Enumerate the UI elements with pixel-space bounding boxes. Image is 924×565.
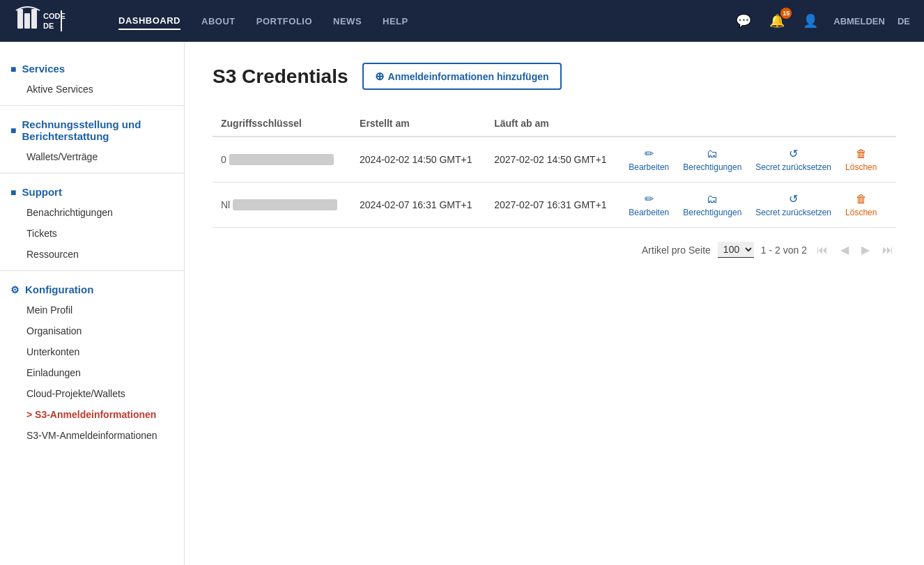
reset-icon-1: ↺ bbox=[789, 147, 798, 160]
nav-dashboard[interactable]: DASHBOARD bbox=[118, 13, 180, 30]
services-section-label: Services bbox=[22, 63, 65, 75]
messages-icon-button[interactable]: 💬 bbox=[733, 10, 754, 31]
per-page-select[interactable]: 100 50 25 bbox=[718, 242, 754, 258]
delete-icon-1: 🗑 bbox=[856, 148, 867, 160]
edit-label-2: Bearbeiten bbox=[629, 208, 669, 217]
notifications-icon-button[interactable]: 🔔 15 bbox=[767, 10, 787, 31]
svg-rect-1 bbox=[17, 9, 23, 29]
billing-section-label: Rechnungsstellung und Berichterstattung bbox=[22, 118, 174, 142]
edit-icon-1: ✏ bbox=[645, 147, 654, 160]
permissions-label-2: Berechtigungen bbox=[683, 208, 741, 217]
top-navigation: CODE DE DASHBOARD ABOUT PORTFOLIO NEWS H… bbox=[0, 0, 924, 42]
sidebar-section-support[interactable]: ■ Support bbox=[0, 179, 184, 202]
first-page-button[interactable]: ⏮ bbox=[814, 242, 831, 258]
delete-label-2: Löschen bbox=[845, 208, 877, 217]
support-section-label: Support bbox=[22, 186, 62, 198]
edit-icon-2: ✏ bbox=[645, 192, 654, 206]
delete-button-2[interactable]: 🗑 Löschen bbox=[845, 193, 877, 217]
expires-cell-1: 2027-02-02 14:50 GMT+1 bbox=[486, 137, 620, 183]
sidebar-item-ressourcen[interactable]: Ressourcen bbox=[0, 244, 184, 265]
sidebar-item-organisation[interactable]: Organisation bbox=[0, 320, 184, 341]
credentials-table: Zugriffsschlüssel Erstellt am Läuft ab a… bbox=[213, 111, 896, 228]
prev-page-button[interactable]: ◀ bbox=[838, 242, 852, 258]
user-icon: 👤 bbox=[803, 14, 818, 28]
divider-1 bbox=[0, 105, 184, 106]
nav-news[interactable]: NEWS bbox=[333, 13, 362, 29]
delete-icon-2: 🗑 bbox=[856, 193, 867, 206]
next-page-button[interactable]: ▶ bbox=[858, 242, 872, 258]
permissions-button-2[interactable]: 🗂 Berechtigungen bbox=[683, 193, 741, 217]
add-credentials-label: Anmeldeinformationen hinzufügen bbox=[388, 71, 549, 82]
main-content: S3 Credentials ⊕ Anmeldeinformationen hi… bbox=[185, 42, 924, 565]
sidebar-item-cloud-projekte[interactable]: Cloud-Projekte/Wallets bbox=[0, 383, 184, 404]
key-masked-2 bbox=[233, 199, 337, 210]
language-selector[interactable]: DE bbox=[898, 16, 910, 26]
key-cell-2: Nl bbox=[213, 183, 351, 228]
divider-3 bbox=[0, 270, 184, 271]
nav-about[interactable]: ABOUT bbox=[201, 13, 236, 29]
sidebar-section-services[interactable]: ■ Services bbox=[0, 56, 184, 79]
key-masked-1 bbox=[229, 154, 334, 165]
nav-portfolio[interactable]: PORTFOLIO bbox=[256, 13, 312, 29]
created-cell-2: 2024-02-07 16:31 GMT+1 bbox=[351, 183, 486, 228]
reset-secret-button-2[interactable]: ↺ Secret zurücksetzen bbox=[755, 192, 831, 217]
add-credentials-button[interactable]: ⊕ Anmeldeinformationen hinzufügen bbox=[362, 63, 562, 90]
sidebar-item-s3-vm-anmeldeinformationen[interactable]: S3-VM-Anmeldeinformationen bbox=[0, 425, 184, 446]
table-body: 0 2024-02-02 14:50 GMT+1 2027-02-02 14:5… bbox=[213, 137, 896, 228]
main-layout: ■ Services Aktive Services ■ Rechnungsst… bbox=[0, 42, 924, 565]
page-title: S3 Credentials bbox=[213, 65, 348, 88]
konfiguration-section-label: Konfiguration bbox=[25, 284, 93, 295]
col-laeuft-ab-am: Läuft ab am bbox=[486, 111, 620, 137]
divider-2 bbox=[0, 173, 184, 173]
permissions-icon-2: 🗂 bbox=[707, 193, 718, 206]
logo-area[interactable]: CODE DE bbox=[14, 3, 91, 38]
col-actions bbox=[620, 111, 896, 137]
plus-icon: ⊕ bbox=[375, 70, 384, 83]
support-section-icon: ■ bbox=[10, 187, 16, 198]
sidebar-section-billing[interactable]: ■ Rechnungsstellung und Berichterstattun… bbox=[0, 111, 184, 146]
sidebar-item-wallets[interactable]: Wallets/Verträge bbox=[0, 146, 184, 167]
sidebar-item-benachrichtigungen[interactable]: Benachrichtigungen bbox=[0, 202, 184, 223]
svg-rect-3 bbox=[31, 9, 37, 29]
reset-label-1: Secret zurücksetzen bbox=[755, 162, 831, 172]
sidebar-item-tickets[interactable]: Tickets bbox=[0, 223, 184, 244]
user-icon-button[interactable]: 👤 bbox=[800, 10, 821, 31]
table-header: Zugriffsschlüssel Erstellt am Läuft ab a… bbox=[213, 111, 896, 137]
permissions-button-1[interactable]: 🗂 Berechtigungen bbox=[683, 148, 741, 172]
col-zugriffsschluessel: Zugriffsschlüssel bbox=[213, 111, 351, 137]
sidebar-item-unterkonten[interactable]: Unterkonten bbox=[0, 341, 184, 362]
actions-cell-1: ✏ Bearbeiten 🗂 Berechtigungen ↺ Secret z… bbox=[620, 137, 896, 183]
sidebar-item-aktive-services[interactable]: Aktive Services bbox=[0, 79, 184, 100]
nav-links: DASHBOARD ABOUT PORTFOLIO NEWS HELP bbox=[118, 13, 733, 30]
created-cell-1: 2024-02-02 14:50 GMT+1 bbox=[351, 137, 486, 183]
page-header: S3 Credentials ⊕ Anmeldeinformationen hi… bbox=[213, 63, 896, 90]
sidebar-item-einladungen[interactable]: Einladungen bbox=[0, 362, 184, 383]
reset-secret-button-1[interactable]: ↺ Secret zurücksetzen bbox=[755, 147, 831, 172]
abmelden-button[interactable]: ABMELDEN bbox=[833, 16, 885, 26]
nav-help[interactable]: HELP bbox=[383, 13, 408, 29]
sidebar: ■ Services Aktive Services ■ Rechnungsst… bbox=[0, 42, 185, 565]
col-erstellt-am: Erstellt am bbox=[351, 111, 486, 137]
table-row: Nl 2024-02-07 16:31 GMT+1 2027-02-07 16:… bbox=[213, 183, 896, 228]
edit-button-1[interactable]: ✏ Bearbeiten bbox=[629, 147, 669, 172]
pagination-bar: Artikel pro Seite 100 50 25 1 - 2 von 2 … bbox=[213, 242, 896, 258]
expires-cell-2: 2027-02-07 16:31 GMT+1 bbox=[486, 183, 620, 228]
edit-button-2[interactable]: ✏ Bearbeiten bbox=[629, 192, 669, 217]
key-cell-1: 0 bbox=[213, 137, 351, 183]
svg-text:CODE: CODE bbox=[43, 12, 66, 20]
sidebar-item-s3-anmeldeinformationen[interactable]: S3-Anmeldeinformationen bbox=[0, 404, 184, 425]
reset-label-2: Secret zurücksetzen bbox=[755, 208, 831, 217]
konfiguration-section-icon: ⚙ bbox=[10, 284, 20, 295]
page-info: 1 - 2 von 2 bbox=[761, 245, 807, 256]
delete-button-1[interactable]: 🗑 Löschen bbox=[845, 148, 877, 172]
sidebar-section-konfiguration[interactable]: ⚙ Konfiguration bbox=[0, 277, 184, 300]
permissions-label-1: Berechtigungen bbox=[683, 162, 741, 172]
delete-label-1: Löschen bbox=[845, 162, 877, 172]
sidebar-item-mein-profil[interactable]: Mein Profil bbox=[0, 300, 184, 320]
billing-section-icon: ■ bbox=[10, 125, 16, 136]
notification-badge: 15 bbox=[780, 8, 792, 19]
key-prefix-1: 0 bbox=[221, 154, 226, 165]
svg-text:DE: DE bbox=[43, 22, 54, 30]
last-page-button[interactable]: ⏭ bbox=[879, 242, 896, 258]
svg-rect-2 bbox=[24, 13, 30, 29]
